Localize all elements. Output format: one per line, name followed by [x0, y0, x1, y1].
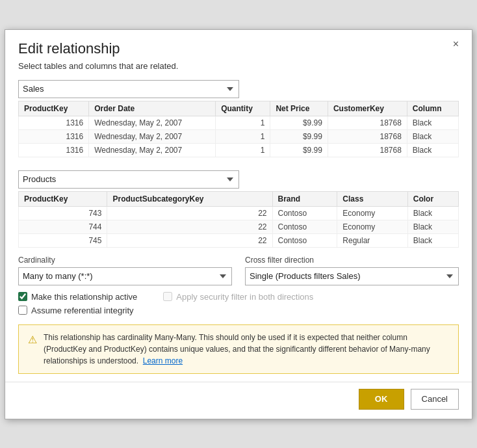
left-checkboxes: Make this relationship active Assume ref… — [18, 292, 137, 319]
products-col-brand: Brand — [272, 191, 337, 206]
cardinality-col: Cardinality Many to many (*:*) Many to o… — [18, 256, 232, 285]
warning-text: This relationship has cardinality Many-M… — [44, 332, 449, 367]
edit-relationship-dialog: Edit relationship Select tables and colu… — [5, 29, 472, 419]
cancel-button[interactable]: Cancel — [411, 389, 459, 410]
table-cell: Black — [407, 116, 458, 129]
sales-dropdown-row: Sales — [18, 80, 459, 98]
products-table-select[interactable]: Products — [18, 170, 239, 189]
table-cell: $9.99 — [270, 129, 328, 143]
table-cell: Black — [407, 233, 458, 247]
table-cell: Economy — [337, 206, 407, 220]
table-row: 1316Wednesday, May 2, 20071$9.9918768Bla… — [19, 116, 459, 129]
table-cell: 18768 — [328, 143, 407, 157]
table-cell: 1316 — [19, 129, 89, 143]
sales-col-quantity: Quantity — [216, 101, 270, 116]
cross-filter-col: Cross filter direction Single (Products … — [245, 256, 459, 285]
referential-checkbox[interactable] — [18, 306, 27, 315]
cardinality-select[interactable]: Many to many (*:*) Many to one (*:1) One… — [18, 267, 232, 285]
sales-col-netprice: Net Price — [270, 101, 328, 116]
dialog-title: Edit relationship — [18, 40, 459, 57]
cross-filter-select[interactable]: Single (Products filters Sales) Both — [245, 267, 459, 285]
close-button[interactable]: × — [449, 38, 463, 51]
table-cell: Black — [407, 143, 458, 157]
table-cell: 1316 — [19, 143, 89, 157]
cardinality-label: Cardinality — [18, 256, 232, 265]
table-cell: Black — [407, 220, 458, 233]
table-cell: Wednesday, May 2, 2007 — [89, 129, 216, 143]
table-cell: 743 — [19, 206, 107, 220]
warning-box: ⚠ This relationship has cardinality Many… — [18, 324, 459, 374]
dialog-footer: OK Cancel — [5, 382, 472, 419]
dialog-body: Sales ProductKey Order Date Quantity Net… — [5, 80, 472, 379]
dialog-subtitle: Select tables and columns that are relat… — [18, 61, 459, 71]
table-cell: 22 — [107, 206, 272, 220]
table-cell: Contoso — [272, 233, 337, 247]
sales-col-productkey: ProductKey — [19, 101, 89, 116]
table-cell: 745 — [19, 233, 107, 247]
sales-table-select[interactable]: Sales — [18, 80, 239, 98]
table-cell: 18768 — [328, 116, 407, 129]
table-row: 1316Wednesday, May 2, 20071$9.9918768Bla… — [19, 129, 459, 143]
learn-more-link[interactable]: Learn more — [143, 356, 183, 365]
table-cell: 1 — [216, 116, 270, 129]
options-row: Cardinality Many to many (*:*) Many to o… — [18, 256, 459, 285]
right-checkboxes: Apply security filter in both directions — [163, 292, 313, 319]
sales-col-column: Column — [407, 101, 458, 116]
products-dropdown-row: Products — [18, 170, 459, 189]
table-cell: Black — [407, 129, 458, 143]
products-col-subcategorykey: ProductSubcategoryKey — [107, 191, 272, 206]
table-cell: 1 — [216, 129, 270, 143]
table-row: 74322ContosoEconomyBlack — [19, 206, 459, 220]
table-row: 74422ContosoEconomyBlack — [19, 220, 459, 233]
sales-col-customerkey: CustomerKey — [328, 101, 407, 116]
warning-icon: ⚠ — [28, 332, 37, 348]
table-cell: Wednesday, May 2, 2007 — [89, 116, 216, 129]
table-cell: 18768 — [328, 129, 407, 143]
sales-data-table: ProductKey Order Date Quantity Net Price… — [18, 101, 459, 157]
products-col-color: Color — [407, 191, 458, 206]
table-cell: Economy — [337, 220, 407, 233]
ok-button[interactable]: OK — [359, 389, 404, 410]
products-col-productkey: ProductKey — [19, 191, 107, 206]
products-header-row: ProductKey ProductSubcategoryKey Brand C… — [19, 191, 459, 206]
table-cell: Regular — [337, 233, 407, 247]
referential-checkbox-row: Assume referential integrity — [18, 306, 137, 315]
table-cell: 22 — [107, 233, 272, 247]
table-row: 1316Wednesday, May 2, 20071$9.9918768Bla… — [19, 143, 459, 157]
table-cell: $9.99 — [270, 116, 328, 129]
table-cell: 1316 — [19, 116, 89, 129]
checkboxes-section: Make this relationship active Assume ref… — [18, 292, 459, 319]
table-cell: 744 — [19, 220, 107, 233]
table-cell: Contoso — [272, 220, 337, 233]
active-checkbox-row: Make this relationship active — [18, 292, 137, 302]
active-checkbox[interactable] — [18, 292, 27, 301]
table-cell: Contoso — [272, 206, 337, 220]
security-label: Apply security filter in both directions — [176, 292, 313, 302]
table-cell: 22 — [107, 220, 272, 233]
security-checkbox-row: Apply security filter in both directions — [163, 292, 313, 302]
sales-col-orderdate: Order Date — [89, 101, 216, 116]
products-section: Products ProductKey ProductSubcategoryKe… — [18, 170, 459, 248]
table-cell: $9.99 — [270, 143, 328, 157]
active-label[interactable]: Make this relationship active — [31, 292, 137, 302]
cross-filter-label: Cross filter direction — [245, 256, 459, 265]
referential-label[interactable]: Assume referential integrity — [31, 306, 134, 315]
products-col-class: Class — [337, 191, 407, 206]
dialog-header: Edit relationship Select tables and colu… — [5, 30, 472, 80]
sales-header-row: ProductKey Order Date Quantity Net Price… — [19, 101, 459, 116]
sales-section: Sales ProductKey Order Date Quantity Net… — [18, 80, 459, 157]
table-cell: 1 — [216, 143, 270, 157]
table-cell: Black — [407, 206, 458, 220]
table-cell: Wednesday, May 2, 2007 — [89, 143, 216, 157]
table-row: 74522ContosoRegularBlack — [19, 233, 459, 247]
security-checkbox — [163, 292, 172, 301]
products-data-table: ProductKey ProductSubcategoryKey Brand C… — [18, 191, 459, 248]
